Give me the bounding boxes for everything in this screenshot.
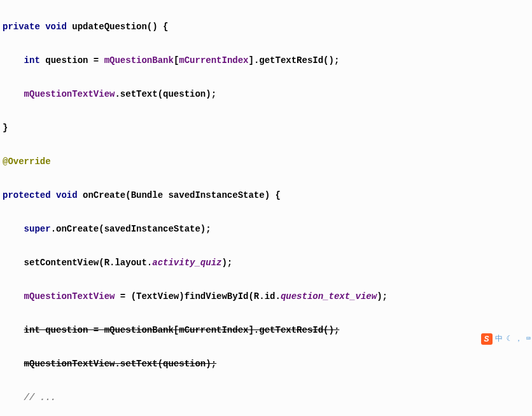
text: .onCreate(savedInstanceState); xyxy=(51,224,211,234)
code-line: @Override xyxy=(3,153,529,170)
code-line: } xyxy=(3,120,529,137)
indent xyxy=(3,224,24,234)
resource-id: activity_quiz xyxy=(152,258,221,268)
code-line: // ... xyxy=(3,389,529,406)
code-line: mQuestionTextView.setText(question); xyxy=(3,356,529,373)
code-line: setContentView(R.layout.activity_quiz); xyxy=(3,254,529,272)
text: updateQuestion() { xyxy=(67,22,169,32)
indent xyxy=(3,325,24,335)
annotation: @Override xyxy=(3,156,51,167)
keyword: protected void xyxy=(3,190,78,200)
code-line: int question = mQuestionBank[mCurrentInd… xyxy=(3,322,529,339)
code-line: super.onCreate(savedInstanceState); xyxy=(3,221,529,238)
field: mQuestionTextView xyxy=(24,291,115,302)
field: mQuestionBank xyxy=(104,55,174,66)
indent xyxy=(3,392,24,403)
field: mCurrentIndex xyxy=(179,55,248,66)
indent xyxy=(3,359,24,369)
ime-toolbar[interactable]: S 中 ☾ ， ⌨ xyxy=(481,331,532,348)
code-line: private void updateQuestion() { xyxy=(3,18,529,36)
code-line: protected void onCreate(Bundle savedInst… xyxy=(3,187,529,204)
code-line: mQuestionTextView = (TextView)findViewBy… xyxy=(3,288,529,305)
sogou-ime-icon[interactable]: S xyxy=(481,333,493,345)
field: mQuestionTextView xyxy=(24,89,115,99)
code-line: mQuestionTextView.setText(question); xyxy=(3,86,529,103)
text: .setText(question); xyxy=(115,89,216,99)
deleted-code: mQuestionTextView.setText(question); xyxy=(24,359,216,369)
text: onCreate(Bundle savedInstanceState) { xyxy=(78,190,281,200)
indent xyxy=(3,291,24,302)
keyword: private void xyxy=(3,22,67,32)
keyword: super xyxy=(24,224,51,234)
indent xyxy=(3,89,24,99)
resource-id: question_text_view xyxy=(281,291,377,302)
text: question = xyxy=(40,55,104,66)
text: ); xyxy=(221,258,232,268)
text: setContentView(R.layout. xyxy=(3,258,152,268)
comment: // ... xyxy=(24,392,56,403)
text: = (TextView)findViewById(R.id. xyxy=(115,291,280,302)
moon-icon[interactable]: ☾ xyxy=(505,331,512,348)
text: ); xyxy=(377,291,388,302)
code-block: private void updateQuestion() { int ques… xyxy=(3,1,529,416)
deleted-code: int question = mQuestionBank[mCurrentInd… xyxy=(24,325,340,335)
text: } xyxy=(3,123,8,133)
ime-language-indicator[interactable]: 中 xyxy=(494,331,504,348)
ime-punct-indicator[interactable]: ， xyxy=(514,331,524,348)
keyword: int xyxy=(24,55,40,66)
code-line: int question = mQuestionBank[mCurrentInd… xyxy=(3,52,529,69)
keyboard-icon[interactable]: ⌨ xyxy=(525,331,532,348)
text: ].getTextResId(); xyxy=(249,55,340,66)
indent xyxy=(3,55,24,66)
